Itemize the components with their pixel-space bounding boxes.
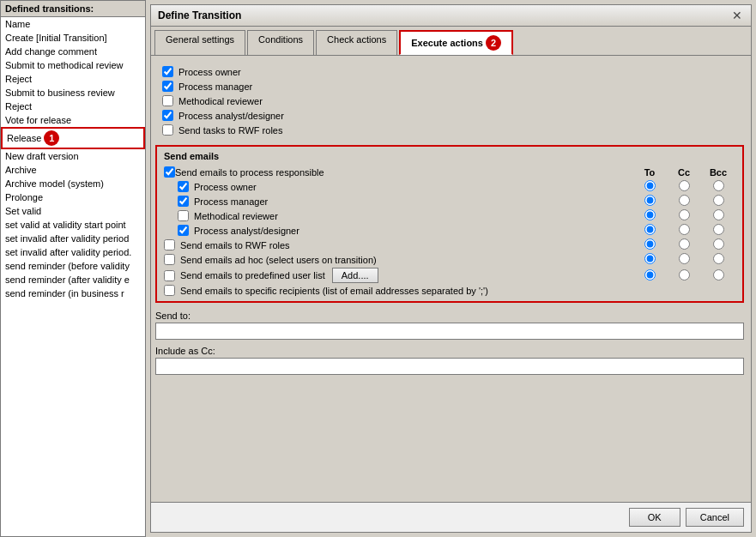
transition-item-set-valid[interactable]: Set valid — [1, 204, 145, 218]
dialog-title: Define Transition — [158, 9, 241, 21]
se-rwf-roles-checkbox[interactable] — [164, 239, 175, 250]
transition-item-new-draft[interactable]: New draft version — [1, 149, 145, 163]
cb-send-tasks-rwf-checkbox[interactable] — [162, 124, 173, 136]
cb-process-manager-notify-label: Process manager — [178, 81, 252, 92]
se-process-analyst-label: Process analyst/designer — [194, 226, 299, 236]
se-ad-hoc-checkbox[interactable] — [164, 254, 175, 265]
se-methodical-reviewer-to-col — [632, 209, 667, 222]
dialog-titlebar: Define Transition ✕ — [151, 5, 751, 27]
se-ad-hoc-bcc-col — [701, 253, 735, 266]
cb-methodical-reviewer-notify-checkbox[interactable] — [162, 95, 173, 106]
notify-row-cb-send-tasks-rwf: Send tasks to RWF roles — [155, 123, 744, 137]
se-process-owner-checkbox[interactable] — [178, 181, 189, 192]
transition-item-vote-release[interactable]: Vote for release — [1, 113, 145, 127]
transition-item-set-invalid-after2[interactable]: set invalid after validity period. — [1, 245, 145, 259]
include-cc-section: Include as Cc: — [155, 341, 744, 377]
badge-2: 2 — [486, 35, 501, 51]
send-emails-legend: Send emails — [164, 151, 735, 161]
dialog-content: Process ownerProcess managerMethodical r… — [151, 56, 751, 502]
se-predefined-cc-radio[interactable] — [679, 269, 690, 281]
email-row-se-methodical-reviewer: Methodical reviewer — [164, 208, 735, 223]
include-cc-input[interactable] — [155, 358, 744, 375]
cb-process-owner-notify-checkbox[interactable] — [162, 66, 173, 77]
transition-item-set-invalid-after[interactable]: set invalid after validity period — [1, 232, 145, 245]
se-process-manager-bcc-radio[interactable] — [713, 195, 724, 206]
se-process-owner-cc-radio[interactable] — [679, 180, 690, 191]
transition-item-name[interactable]: Name — [1, 17, 145, 31]
transition-item-reject1[interactable]: Reject — [1, 72, 145, 86]
se-process-analyst-bcc-radio[interactable] — [713, 224, 724, 235]
se-ad-hoc-to-radio[interactable] — [644, 253, 656, 264]
cancel-button[interactable]: Cancel — [686, 508, 744, 527]
se-process-manager-checkbox[interactable] — [178, 196, 189, 207]
tab-general[interactable]: General settings — [154, 30, 245, 55]
transition-item-reject2[interactable]: Reject — [1, 100, 145, 113]
transition-item-set-valid-start[interactable]: set valid at validity start point — [1, 218, 145, 232]
se-process-manager-to-radio[interactable] — [644, 195, 656, 206]
scroll-area[interactable]: Process ownerProcess managerMethodical r… — [155, 60, 747, 498]
email-header-responsible: Send emails to process responsible To Cc… — [164, 165, 735, 179]
se-process-owner-to-col — [632, 180, 667, 193]
se-predefined-label: Send emails to predefined user list — [180, 270, 325, 281]
se-process-analyst-checkbox[interactable] — [178, 225, 189, 236]
se-rwf-roles-bcc-col — [701, 238, 735, 251]
se-process-analyst-cc-radio[interactable] — [679, 224, 690, 235]
send-to-input[interactable] — [155, 323, 744, 340]
badge-1: 1 — [44, 130, 59, 146]
tab-execute-actions[interactable]: Execute actions2 — [399, 30, 513, 55]
se-process-analyst-bcc-col — [701, 224, 735, 237]
send-emails-responsible-label: Send emails to process responsible — [175, 167, 324, 178]
notify-row-cb-process-owner-notify: Process owner — [155, 64, 744, 79]
tab-conditions[interactable]: Conditions — [247, 30, 314, 55]
transition-item-add-change-comment[interactable]: Add change comment — [1, 45, 145, 58]
ok-button[interactable]: OK — [629, 508, 680, 527]
cb-process-manager-notify-checkbox[interactable] — [162, 81, 173, 92]
transition-item-submit-business[interactable]: Submit to business review — [1, 86, 145, 100]
se-predefined-checkbox[interactable] — [164, 270, 175, 281]
close-button[interactable]: ✕ — [730, 9, 744, 22]
se-process-analyst-to-radio[interactable] — [644, 224, 656, 235]
se-rwf-roles-label: Send emails to RWF roles — [180, 240, 290, 250]
se-ad-hoc-cc-radio[interactable] — [679, 253, 690, 264]
dialog-footer: OK Cancel — [151, 502, 751, 532]
cb-process-owner-notify-label: Process owner — [178, 67, 241, 77]
transition-item-archive[interactable]: Archive — [1, 163, 145, 177]
se-methodical-reviewer-bcc-radio[interactable] — [713, 209, 724, 220]
se-rwf-roles-to-radio[interactable] — [644, 238, 656, 250]
tab-check-actions[interactable]: Check actions — [316, 30, 397, 55]
cb-process-analyst-notify-checkbox[interactable] — [162, 110, 173, 121]
se-methodical-reviewer-checkbox[interactable] — [178, 210, 189, 221]
se-process-analyst-cc-col — [667, 224, 701, 237]
se-specific-checkbox[interactable] — [164, 285, 175, 296]
transition-item-create-initial[interactable]: Create [Initial Transition] — [1, 31, 145, 45]
se-process-manager-cc-radio[interactable] — [679, 195, 690, 206]
cb-methodical-reviewer-notify-label: Methodical reviewer — [178, 96, 263, 106]
send-emails-responsible-checkbox[interactable] — [164, 166, 175, 178]
se-process-owner-bcc-col — [701, 180, 735, 193]
se-predefined-to-radio[interactable] — [644, 269, 656, 281]
transition-item-send-reminder-before[interactable]: send reminder (before validity — [1, 259, 145, 273]
se-rwf-roles-cc-radio[interactable] — [679, 238, 690, 250]
define-transition-dialog: Define Transition ✕ General settingsCond… — [150, 4, 752, 533]
se-process-manager-to-col — [632, 195, 667, 208]
se-process-owner-to-radio[interactable] — [644, 180, 656, 191]
transition-item-send-reminder-business[interactable]: send reminder (in business r — [1, 287, 145, 300]
se-predefined-bcc-col — [701, 269, 735, 282]
transition-item-archive-model[interactable]: Archive model (system) — [1, 177, 145, 190]
se-methodical-reviewer-to-radio[interactable] — [644, 209, 656, 220]
se-predefined-cc-col — [667, 269, 701, 282]
transition-item-send-reminder-after[interactable]: send reminder (after validity e — [1, 273, 145, 287]
se-ad-hoc-bcc-radio[interactable] — [713, 253, 724, 264]
col-header-to: To — [632, 167, 667, 178]
transitions-list: NameCreate [Initial Transition]Add chang… — [1, 17, 145, 536]
se-process-owner-bcc-radio[interactable] — [713, 180, 724, 191]
transition-item-prolonge[interactable]: Prolonge — [1, 190, 145, 204]
se-methodical-reviewer-cc-radio[interactable] — [679, 209, 690, 220]
transition-item-submit-methodical[interactable]: Submit to methodical review — [1, 58, 145, 72]
se-predefined-bcc-radio[interactable] — [713, 269, 724, 281]
se-predefined-add-button[interactable]: Add.... — [332, 268, 378, 283]
email-row-se-process-manager: Process manager — [164, 194, 735, 208]
transition-item-release[interactable]: Release1 — [1, 127, 145, 149]
se-rwf-roles-bcc-radio[interactable] — [713, 238, 724, 250]
se-process-manager-bcc-col — [701, 195, 735, 208]
